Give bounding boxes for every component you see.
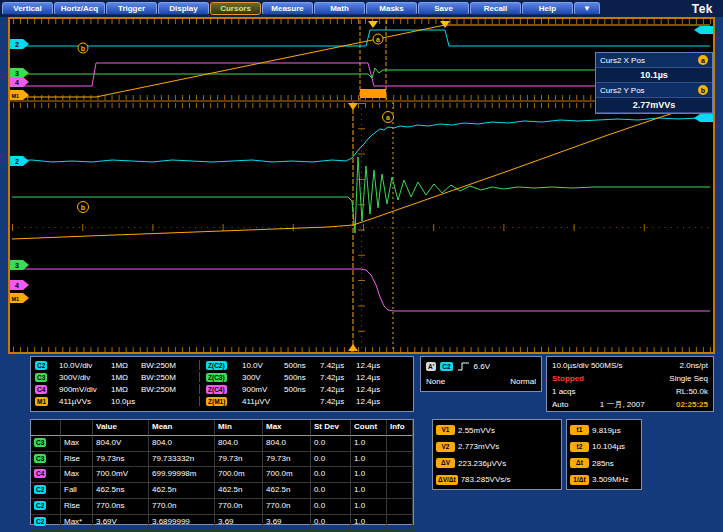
menu-recall[interactable]: Recall bbox=[470, 2, 521, 15]
t1-badge: t1 bbox=[570, 425, 589, 435]
channel-readout-box: C2 10.0V/div 1MΩ BW:250M Z(C2) 10.0V 500… bbox=[30, 356, 414, 412]
ch3-ref-label: 3 bbox=[15, 70, 19, 77]
meas-row-5-count: 1.0 bbox=[351, 515, 387, 531]
meas-row-5-name[interactable]: Max* bbox=[61, 515, 93, 531]
z-c4-end: 12.4µs bbox=[356, 385, 392, 394]
col-header-count: Count bbox=[351, 420, 387, 436]
meas-row-2-max: 700.0m bbox=[263, 467, 311, 483]
menu-trigger[interactable]: Trigger bbox=[106, 2, 157, 15]
m1-timebase: 10.0µs bbox=[111, 397, 141, 406]
horiz-scale[interactable]: 10.0µs/div bbox=[552, 361, 589, 370]
readout-row-c4: C4 900mV/div 1MΩ BW:250M Z(C4) 900mV 500… bbox=[35, 383, 409, 395]
cursor-time-box: t19.819µs t210.104µs Δt285ns 1/Δt3.509MH… bbox=[566, 419, 642, 490]
z-c4-badge[interactable]: Z(C4) bbox=[206, 385, 227, 394]
z-c3-start: 7.42µs bbox=[320, 373, 356, 382]
menu-display[interactable]: Display bbox=[158, 2, 209, 15]
c3-bandwidth: BW:250M bbox=[141, 373, 197, 382]
meas-row-1-ch: C3 bbox=[31, 452, 61, 468]
z-c2-badge[interactable]: Z(C2) bbox=[206, 361, 227, 370]
meas-row-3-min: 462.5n bbox=[215, 483, 263, 499]
z-m1-badge[interactable]: Z(M1) bbox=[206, 397, 227, 406]
trigger-slope-icon bbox=[457, 361, 470, 372]
record-length: RL:50.0k bbox=[676, 387, 708, 396]
meas-row-3-value: 462.5ns bbox=[93, 483, 149, 499]
meas-row-5-ch: C2 bbox=[31, 515, 61, 531]
menu-vertical[interactable]: Vertical bbox=[2, 2, 53, 15]
trigger-a-badge: A' bbox=[426, 362, 436, 371]
c2-bandwidth: BW:250M bbox=[141, 361, 197, 370]
col-header-value: Value bbox=[93, 420, 149, 436]
cursor-b-badge-icon: b bbox=[698, 85, 708, 95]
meas-row-2-min: 700.0m bbox=[215, 467, 263, 483]
menu-horiz-acq[interactable]: Horiz/Acq bbox=[54, 2, 105, 15]
menu-math[interactable]: Math bbox=[314, 2, 365, 15]
z-c3-end: 12.4µs bbox=[356, 373, 392, 382]
meas-row-4-name[interactable]: Rise bbox=[61, 499, 93, 515]
z-c2-start: 7.42µs bbox=[320, 361, 356, 370]
meas-row-0-max: 804.0 bbox=[263, 436, 311, 452]
dv-dt-badge: ΔV/Δt bbox=[436, 475, 458, 485]
cursor-readout-panel: Curs2 X Pos a 10.1µs Curs2 Y Pos b 2.77m… bbox=[595, 52, 713, 114]
acq-status: Stopped bbox=[552, 374, 584, 383]
col-header-max: Max bbox=[263, 420, 311, 436]
meas-row-2-ch: C4 bbox=[31, 467, 61, 483]
meas-row-3-name[interactable]: Fall bbox=[61, 483, 93, 499]
meas-row-3-info bbox=[387, 483, 413, 499]
c4-badge[interactable]: C4 bbox=[35, 385, 47, 394]
col-header-info: Info bbox=[387, 420, 413, 436]
meas-row-0-name[interactable]: Max bbox=[61, 436, 93, 452]
menu-save[interactable]: Save bbox=[418, 2, 469, 15]
meas-row-4-info bbox=[387, 499, 413, 515]
meas-row-2-value: 700.0mV bbox=[93, 467, 149, 483]
cursor-voltage-box: V12.55mVVs V22.773mVVs ΔV223.236µVVs ΔV/… bbox=[432, 419, 562, 490]
z-c2-timebase: 500ns bbox=[284, 361, 320, 370]
waveform-display[interactable]: b a a b 2 3 bbox=[8, 17, 715, 354]
z-c3-scale: 300V bbox=[242, 373, 284, 382]
meas-row-5-info bbox=[387, 515, 413, 531]
z-c3-badge[interactable]: Z(C3) bbox=[206, 373, 227, 382]
ch2-ref-label: 2 bbox=[15, 41, 19, 48]
trigger-level-value[interactable]: 6.6V bbox=[474, 362, 490, 371]
meas-row-1-min: 79.73n bbox=[215, 452, 263, 468]
horizontal-readout-box: 10.0µs/div 500MS/s 2.0ns/pt Stopped Sing… bbox=[546, 356, 714, 412]
trigger-source-badge[interactable]: C2 bbox=[440, 362, 452, 371]
date-display: 1 一月, 2007 bbox=[600, 399, 645, 410]
c2-impedance: 1MΩ bbox=[111, 361, 141, 370]
z-m1-start: 7.42µs bbox=[320, 397, 356, 406]
z-c2-scale: 10.0V bbox=[242, 361, 284, 370]
curs2-y-pos-value[interactable]: 2.77mVVs bbox=[596, 97, 712, 113]
ch4-ref-label: 4 bbox=[15, 79, 19, 86]
zoom-window-highlight[interactable] bbox=[360, 89, 386, 98]
c3-badge[interactable]: C3 bbox=[35, 373, 47, 382]
c3-scale: 300V/div bbox=[59, 373, 111, 382]
meas-row-4-value: 770.0ns bbox=[93, 499, 149, 515]
meas-row-3-stdev: 0.0 bbox=[311, 483, 351, 499]
inv-dt-value: 3.509MHz bbox=[592, 475, 628, 484]
menu-dropdown-icon[interactable]: ▼ bbox=[574, 2, 600, 15]
tek-logo: Tek bbox=[692, 2, 713, 16]
menu-cursors[interactable]: Cursors bbox=[210, 2, 261, 15]
cursor-b-label-main: b bbox=[81, 204, 85, 211]
cursor-b-label-overview: b bbox=[81, 45, 85, 52]
curs2-x-pos-value[interactable]: 10.1µs bbox=[596, 67, 712, 83]
meas-row-3-ch: C2 bbox=[31, 483, 61, 499]
c4-scale: 900mV/div bbox=[59, 385, 111, 394]
trigger-auto-mode: Auto bbox=[552, 400, 568, 409]
meas-row-2-name[interactable]: Max bbox=[61, 467, 93, 483]
meas-row-1-count: 1.0 bbox=[351, 452, 387, 468]
meas-row-4-mean: 770.0n bbox=[149, 499, 215, 515]
meas-row-4-max: 770.0n bbox=[263, 499, 311, 515]
trigger-mode-right: Normal bbox=[510, 377, 536, 386]
c2-badge[interactable]: C2 bbox=[35, 361, 47, 370]
z-m1-end: 12.4µs bbox=[356, 397, 392, 406]
meas-row-2-info bbox=[387, 467, 413, 483]
sample-resolution: 2.0ns/pt bbox=[680, 361, 708, 370]
menu-help[interactable]: Help bbox=[522, 2, 573, 15]
menu-bar: Vertical Horiz/Acq Trigger Display Curso… bbox=[0, 0, 723, 17]
m1-badge[interactable]: M1 bbox=[35, 397, 48, 406]
menu-masks[interactable]: Masks bbox=[366, 2, 417, 15]
menu-measure[interactable]: Measure bbox=[262, 2, 313, 15]
meas-row-1-name[interactable]: Rise bbox=[61, 452, 93, 468]
meas-row-2-count: 1.0 bbox=[351, 467, 387, 483]
meas-row-1-value: 79.73ns bbox=[93, 452, 149, 468]
